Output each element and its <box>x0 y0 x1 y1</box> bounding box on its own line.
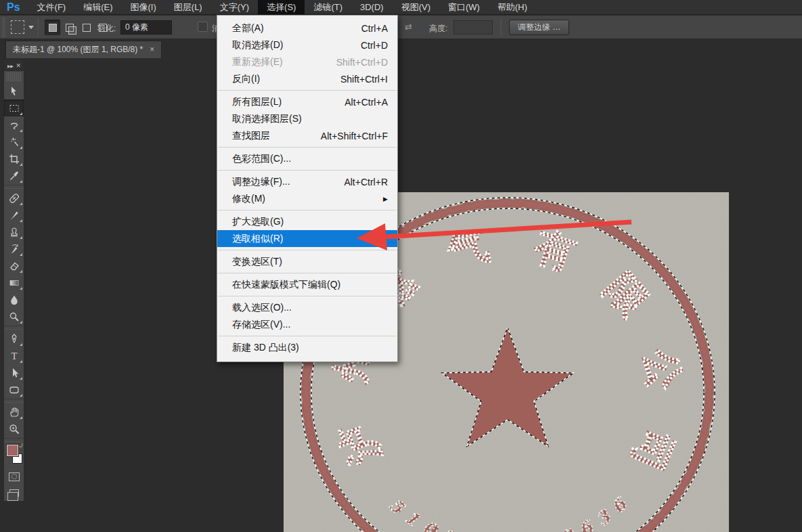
menu-item-refine-edge[interactable]: 调整边缘(F)...Alt+Ctrl+R <box>217 173 397 190</box>
menu-item-select-similar[interactable]: 选取相似(R) <box>217 230 397 247</box>
panel-grip[interactable] <box>1 18 6 37</box>
menubar-item-edit[interactable]: 编辑(E) <box>74 0 121 14</box>
swap-width-height-icon[interactable]: ⇄ <box>405 22 412 32</box>
divider <box>4 185 24 189</box>
refine-edge-button[interactable]: 调整边缘 … <box>509 20 569 35</box>
menu-item-inverse[interactable]: 反向(I)Shift+Ctrl+I <box>217 70 397 87</box>
lasso-tool-icon[interactable] <box>4 116 24 133</box>
height-input[interactable] <box>453 20 493 35</box>
menu-item-shortcut: Ctrl+D <box>361 40 388 51</box>
feather-input[interactable]: 0 像素 <box>120 20 172 35</box>
menu-item-color-range[interactable]: 色彩范围(C)... <box>217 150 397 167</box>
menu-item-save-selection[interactable]: 存储选区(V)... <box>217 316 397 333</box>
dodge-tool-icon[interactable] <box>4 308 24 325</box>
eraser-tool-icon[interactable] <box>4 257 24 274</box>
document-tab-title: 未标题-1 @ 100% (图层 1, RGB/8) * <box>13 41 143 58</box>
menu-item-label: 变换选区(T) <box>232 256 282 268</box>
anti-alias-checkbox[interactable] <box>198 22 208 32</box>
divider <box>4 399 24 403</box>
document-tab[interactable]: 未标题-1 @ 100% (图层 1, RGB/8) * × <box>5 41 162 58</box>
svg-text:公: 公 <box>637 345 690 393</box>
close-icon[interactable]: × <box>150 41 154 58</box>
menu-item-new-3d-extrusion[interactable]: 新建 3D 凸出(3) <box>217 339 397 356</box>
menu-item-deselect[interactable]: 取消选择(D)Ctrl+D <box>217 37 397 53</box>
menu-item-label: 所有图层(L) <box>232 96 282 108</box>
move-tool-icon[interactable] <box>4 83 24 99</box>
quick-mask-button[interactable] <box>4 468 24 485</box>
menubar-item-view[interactable]: 视图(V) <box>393 0 439 14</box>
menu-separator <box>218 250 397 250</box>
menu-item-deselect-layers[interactable]: 取消选择图层(S) <box>217 110 397 127</box>
menubar-item-3d[interactable]: 3D(D) <box>351 0 393 14</box>
select-menu-dropdown: 全部(A)Ctrl+A取消选择(D)Ctrl+D重新选择(E)Shift+Ctr… <box>217 15 398 362</box>
shape-tool-icon[interactable] <box>4 381 24 398</box>
menu-separator <box>218 147 397 148</box>
eyedropper-tool-icon[interactable] <box>4 167 24 184</box>
menu-item-reselect[interactable]: 重新选择(E)Shift+Ctrl+D <box>217 53 397 70</box>
menubar-item-layer[interactable]: 图层(L) <box>165 0 211 14</box>
menu-item-modify[interactable]: 修改(M)▶ <box>217 190 397 207</box>
rectangular-marquee-tool-icon[interactable] <box>4 99 24 116</box>
spot-healing-brush-tool-icon[interactable] <box>4 190 24 206</box>
blur-tool-icon[interactable] <box>4 291 24 308</box>
crop-tool-icon[interactable] <box>4 150 24 167</box>
menu-separator <box>218 90 397 91</box>
pen-tool-icon[interactable] <box>4 330 24 347</box>
clone-stamp-tool-icon[interactable] <box>4 223 24 240</box>
collapse-panel-icon[interactable]: ▶▶ <box>7 63 13 68</box>
path-selection-tool-icon[interactable] <box>4 364 24 381</box>
subtract-from-selection-button[interactable] <box>79 20 94 35</box>
menu-item-shortcut: Alt+Ctrl+R <box>344 177 388 187</box>
menubar-item-select[interactable]: 选择(S) <box>258 0 305 14</box>
menubar-item-image[interactable]: 图像(I) <box>122 0 165 14</box>
history-brush-tool-icon[interactable] <box>4 240 24 257</box>
tools-panel: ▶▶ ✕ T ◱⤾ <box>3 60 24 502</box>
new-selection-button[interactable] <box>45 20 60 35</box>
hand-tool-icon[interactable] <box>4 403 24 420</box>
menu-item-find-layers[interactable]: 查找图层Alt+Shift+Ctrl+F <box>217 127 397 144</box>
menu-bar: Ps 文件(F)编辑(E)图像(I)图层(L)文字(Y)选择(S)滤镜(T)3D… <box>0 0 802 15</box>
feather-label: 羽化: <box>97 23 116 35</box>
menu-separator <box>218 210 397 210</box>
menu-item-quick-mask-edit[interactable]: 在快速蒙版模式下编辑(Q) <box>217 276 397 293</box>
magic-wand-tool-icon[interactable] <box>4 133 24 150</box>
menubar-item-window[interactable]: 窗口(W) <box>439 0 489 14</box>
menu-separator <box>218 336 397 336</box>
menu-item-label: 全部(A) <box>232 22 264 35</box>
gradient-tool-icon[interactable] <box>4 274 24 291</box>
zoom-tool-icon[interactable] <box>4 420 24 437</box>
menubar-item-help[interactable]: 帮助(H) <box>489 0 536 14</box>
menubar-item-type[interactable]: 文字(Y) <box>211 0 258 14</box>
menu-item-label: 存储选区(V)... <box>232 319 290 331</box>
menu-item-label: 选取相似(R) <box>232 233 283 245</box>
foreground-color-swatch[interactable] <box>7 445 18 456</box>
divider <box>501 18 502 36</box>
screen-mode-button[interactable] <box>4 485 24 501</box>
menu-item-shortcut: Shift+Ctrl+D <box>336 57 388 68</box>
close-panel-icon[interactable]: ✕ <box>16 62 21 69</box>
menu-item-all-layers[interactable]: 所有图层(L)Alt+Ctrl+A <box>217 93 397 110</box>
menu-item-select-all[interactable]: 全部(A)Ctrl+A <box>217 20 397 37</box>
menu-item-label: 新建 3D 凸出(3) <box>232 342 299 354</box>
menu-separator <box>218 273 397 273</box>
canvas-pasteboard[interactable]: 泸州燃气有限公司5105045009636泸州燃气有限公司51050450096… <box>25 58 802 532</box>
add-to-selection-button[interactable] <box>62 20 77 35</box>
photoshop-logo: Ps <box>0 0 28 14</box>
menu-separator <box>218 170 397 171</box>
menu-item-load-selection[interactable]: 载入选区(O)... <box>217 299 397 316</box>
divider <box>4 326 24 330</box>
menubar-item-filter[interactable]: 滤镜(T) <box>305 0 351 14</box>
menu-separator <box>218 296 397 296</box>
menu-item-label: 扩大选取(G) <box>232 216 284 228</box>
brush-tool-icon[interactable] <box>4 206 24 223</box>
horizontal-type-tool-icon[interactable]: T <box>4 347 24 364</box>
menu-item-grow[interactable]: 扩大选取(G) <box>217 213 397 230</box>
menu-bar-items: 文件(F)编辑(E)图像(I)图层(L)文字(Y)选择(S)滤镜(T)3D(D)… <box>28 0 536 14</box>
menubar-item-file[interactable]: 文件(F) <box>28 0 75 14</box>
menu-item-shortcut: Ctrl+A <box>361 23 388 34</box>
panel-grip[interactable] <box>6 72 22 81</box>
tool-preset-icon[interactable] <box>11 20 24 34</box>
divider <box>38 18 39 36</box>
menu-item-transform-selection[interactable]: 变换选区(T) <box>217 253 397 270</box>
chevron-down-icon[interactable] <box>28 26 34 29</box>
